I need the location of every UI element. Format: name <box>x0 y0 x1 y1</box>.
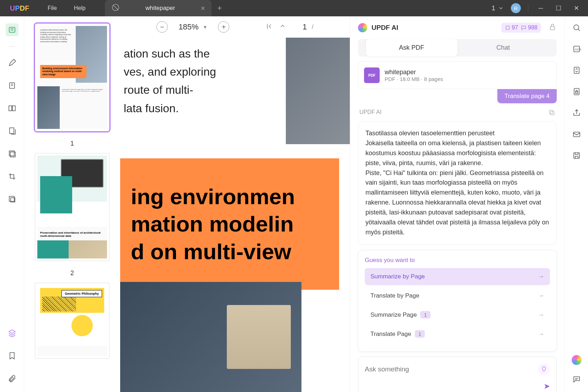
protect-icon[interactable] <box>572 87 581 97</box>
svg-rect-3 <box>9 106 12 111</box>
translate-page-button[interactable]: Translate page 4 <box>497 89 557 103</box>
thumbnail-2[interactable]: Preservation and inheritance of architec… <box>35 153 109 261</box>
layers-icon[interactable] <box>6 327 18 339</box>
ai-source-label: UPDF AI <box>359 109 381 118</box>
save-icon[interactable] <box>572 151 581 161</box>
svg-rect-12 <box>551 111 554 115</box>
crop-tool[interactable] <box>6 170 18 183</box>
suggest-translate-by-page[interactable]: Translate by Page→ <box>365 287 550 304</box>
doc-title-banner: ing environmenmation modelind on multi-v… <box>120 158 339 290</box>
app-logo: UPDF <box>0 4 39 12</box>
tab-doc-icon <box>111 3 120 13</box>
thumbnail-3[interactable]: Geometric Philosophy <box>35 283 109 359</box>
prev-page-icon[interactable] <box>278 22 287 32</box>
svg-rect-17 <box>574 67 579 74</box>
ai-logo-icon <box>358 23 367 32</box>
doc-paragraph: ation such as theves, and exploring rout… <box>120 45 255 118</box>
hint-icon[interactable] <box>538 363 550 375</box>
doc-image-1 <box>286 38 350 144</box>
organize-tool[interactable] <box>6 102 18 115</box>
ask-pdf-tab[interactable]: Ask PDF <box>366 39 458 56</box>
convert-icon[interactable] <box>572 66 581 76</box>
svg-rect-8 <box>9 196 14 201</box>
thumbnail-1[interactable]: combined with practical cases, the build… <box>35 23 109 131</box>
document-viewer: − 185%▼ + / ation such as theves, and ex… <box>120 16 350 392</box>
suggest-translate-page[interactable]: Translate Page1→ <box>365 326 550 343</box>
file-name: whitepaper <box>385 69 551 76</box>
menu-help[interactable]: Help <box>65 0 94 16</box>
tab-close-icon[interactable]: × <box>201 4 205 12</box>
svg-point-14 <box>574 25 579 30</box>
ai-panel: UPDF AI 97 988 Ask PDF Chat PDF whitepap… <box>350 16 565 392</box>
maximize-button[interactable]: ☐ <box>553 4 564 12</box>
thumb1-number: 1 <box>70 140 74 147</box>
suggest-summarize-page[interactable]: Summarize Page1→ <box>365 306 550 323</box>
suggestions-card: Guess you want to Summarize by Page→ Tra… <box>358 250 557 352</box>
document-tab[interactable]: whitepaper × <box>105 0 212 16</box>
bookmark-icon[interactable] <box>6 349 18 362</box>
zoom-out-button[interactable]: − <box>156 21 168 33</box>
svg-rect-21 <box>574 153 579 158</box>
comment-tool[interactable] <box>6 56 18 69</box>
svg-rect-13 <box>549 110 553 114</box>
svg-rect-1 <box>9 27 15 32</box>
svg-rect-20 <box>573 132 580 137</box>
thumbnail-panel: combined with practical cases, the build… <box>24 16 120 392</box>
ask-input[interactable] <box>365 365 533 373</box>
copy-icon[interactable] <box>548 109 555 118</box>
share-icon[interactable] <box>572 109 581 119</box>
tab-title: whitepaper <box>123 5 197 12</box>
suggestions-title: Guess you want to <box>365 257 550 264</box>
minimize-button[interactable]: ─ <box>535 5 546 12</box>
svg-text:OCR: OCR <box>575 48 581 51</box>
ocr-icon[interactable]: OCR <box>572 45 581 55</box>
new-tab-button[interactable]: + <box>212 0 228 16</box>
thumb2-number: 2 <box>70 270 74 277</box>
left-toolbar <box>0 16 24 392</box>
svg-rect-10 <box>506 26 509 29</box>
page-sep: / <box>312 24 313 30</box>
chat-tab[interactable]: Chat <box>458 39 549 56</box>
ai-float-icon[interactable] <box>572 355 582 365</box>
menu-file[interactable]: File <box>39 0 65 16</box>
lock-icon[interactable] <box>548 23 557 33</box>
page-input[interactable] <box>292 22 307 32</box>
svg-rect-4 <box>12 106 15 111</box>
titlebar: UPDF File Help whitepaper × + 1 R ─ ☐ ✕ <box>0 0 588 16</box>
reader-tool[interactable] <box>6 23 18 36</box>
svg-rect-11 <box>550 27 555 30</box>
redact-tool[interactable] <box>6 193 18 206</box>
ai-credits[interactable]: 97 988 <box>501 23 541 33</box>
ai-input-box: ➤ <box>358 356 557 392</box>
viewer-toolbar: − 185%▼ + / <box>120 16 350 38</box>
tools-tool[interactable] <box>6 147 18 160</box>
svg-rect-5 <box>10 128 14 134</box>
zoom-in-button[interactable]: + <box>218 21 229 33</box>
svg-rect-19 <box>576 92 578 93</box>
svg-rect-6 <box>9 151 14 156</box>
user-avatar[interactable]: R <box>511 3 521 13</box>
right-toolbar: OCR <box>565 16 588 392</box>
doc-image-2 <box>120 282 301 392</box>
ai-title: UPDF AI <box>371 24 497 32</box>
feedback-icon[interactable] <box>572 375 581 385</box>
page-tool[interactable] <box>6 125 18 137</box>
suggest-summarize-by-page[interactable]: Summarize by Page→ <box>365 268 550 285</box>
edit-tool[interactable] <box>6 79 18 92</box>
zoom-level[interactable]: 185%▼ <box>178 22 207 32</box>
file-meta: PDF · 18.0 MB · 8 pages <box>385 76 551 82</box>
pdf-icon: PDF <box>364 67 380 83</box>
ai-message: Tasotilassa olevien tasoelementtien peru… <box>358 121 557 245</box>
search-icon[interactable] <box>572 23 581 33</box>
svg-rect-7 <box>10 152 15 157</box>
file-card[interactable]: PDF whitepaper PDF · 18.0 MB · 8 pages <box>358 61 557 89</box>
send-button[interactable]: ➤ <box>544 382 550 391</box>
close-button[interactable]: ✕ <box>571 4 582 12</box>
attachment-icon[interactable] <box>6 372 18 385</box>
thumb1-banner: Building environment information modelin… <box>40 65 86 78</box>
first-page-icon[interactable] <box>265 22 273 32</box>
window-counter[interactable]: 1 <box>492 5 504 12</box>
email-icon[interactable] <box>572 130 581 140</box>
